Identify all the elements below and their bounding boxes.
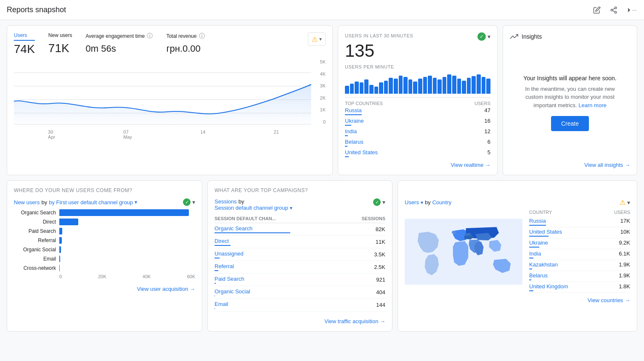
bar-label: Direct (14, 219, 56, 225)
camp-row-name[interactable]: Paid Search (215, 276, 244, 282)
learn-more-link[interactable]: Learn more (578, 102, 606, 108)
map-country-bar (529, 290, 533, 291)
table-row: Email 144 (215, 299, 385, 311)
campaigns-section-title: WHAT ARE YOUR TOP CAMPAIGNS? (215, 187, 385, 193)
map-dim-link[interactable]: Country (432, 199, 452, 206)
map-country-name[interactable]: Belarus (529, 272, 548, 279)
top-countries-label: TOP COUNTRIES (345, 101, 383, 106)
header-icons: ··· (590, 3, 637, 17)
alert-button[interactable]: ⚠ ▾ (308, 32, 326, 46)
acq-dropdown-btn[interactable]: ▾ (192, 199, 195, 206)
bar-fill (59, 256, 60, 262)
map-country-name[interactable]: Kazakhstan (529, 261, 558, 268)
view-traffic-link[interactable]: View traffic acquisition (324, 318, 378, 324)
mini-bar (394, 79, 398, 94)
map-country-name[interactable]: Ukraine (529, 240, 548, 246)
map-row: United Kingdom 1.8K (529, 282, 630, 293)
insights-title: Insights (522, 33, 542, 40)
camp-row-name[interactable]: Organic Search (215, 225, 252, 232)
camp-row-name[interactable]: Email (215, 301, 228, 307)
acquisition-dim-link[interactable]: by First user default channel group (49, 199, 133, 206)
map-country-value: 1.9K (619, 272, 630, 280)
map-metric-dropdown[interactable]: ▾ (421, 200, 423, 206)
mini-bar (486, 79, 490, 94)
create-button[interactable]: Create (551, 116, 589, 131)
camp-name-cell: Organic Search (215, 223, 338, 236)
more-button[interactable]: ··· (624, 3, 637, 17)
table-row: Referral 2.5K (215, 261, 385, 274)
insights-body-title: Your Insights will appear here soon. (523, 75, 616, 82)
camp-dropdown-btn[interactable]: ▾ (382, 199, 385, 206)
camp-value-cell: 144 (338, 299, 385, 311)
country-name[interactable]: Ukraine (345, 118, 364, 124)
mini-bars-chart (345, 73, 490, 94)
map-country-name[interactable]: United States (529, 229, 562, 235)
acquisition-metric-link[interactable]: New users (14, 199, 40, 206)
camp-name-cell: Direct (215, 236, 338, 248)
country-name[interactable]: India (345, 128, 357, 134)
view-all-insights-link[interactable]: View all insights (584, 162, 623, 168)
metrics-row: Users 74K New users 71K Average engageme… (14, 32, 326, 56)
camp-row-name[interactable]: Direct (215, 238, 229, 244)
map-table-wrap: COUNTRY USERS Russia 17K United States 1… (529, 210, 630, 294)
metric-users: Users 74K (14, 32, 35, 56)
realtime-dropdown[interactable]: ▾ (488, 33, 490, 40)
country-rows: Russia 47 Ukraine 16 India 12 (345, 106, 490, 158)
bar-row: Organic Search (14, 209, 195, 216)
map-col1-header: COUNTRY (529, 210, 552, 215)
filter-dropdown-icon[interactable]: ▾ (135, 199, 137, 205)
view-realtime-link[interactable]: View realtime (451, 162, 484, 168)
share-button[interactable] (607, 3, 620, 17)
engagement-value: 0m 56s (86, 43, 153, 54)
mini-bar (399, 76, 403, 94)
country-bar (345, 125, 351, 126)
svg-point-2 (615, 11, 617, 13)
map-country-name[interactable]: Russia (529, 218, 546, 224)
camp-row-name[interactable]: Organic Social (215, 288, 250, 295)
campaigns-table: SESSION DEFAULT CHAN... SESSIONS Organic… (215, 214, 385, 311)
country-name[interactable]: Russia (345, 107, 362, 113)
mini-bar (477, 74, 481, 94)
camp-filter-dim: Session default channel group ▾ (215, 205, 292, 211)
camp-dim-dropdown[interactable]: ▾ (290, 205, 292, 211)
bar-row: Organic Social (14, 246, 195, 253)
realtime-card: USERS IN LAST 30 MINUTES ✓ ▾ 135 USERS P… (338, 25, 498, 175)
mini-bar (467, 78, 471, 94)
map-filter: Users ▾ by Country (405, 199, 451, 206)
edit-button[interactable] (590, 3, 604, 17)
bar-fill (59, 209, 189, 216)
camp-row-name[interactable]: Unassigned (215, 250, 244, 257)
camp-metric-link[interactable]: Sessions (215, 198, 237, 205)
camp-name-cell: Unassigned (215, 248, 338, 261)
view-acquisition-wrap: View user acquisition → (14, 286, 195, 292)
country-name[interactable]: Belarus (345, 139, 363, 145)
bar-label: Organic Search (14, 210, 56, 216)
mini-bar (408, 79, 413, 94)
camp-bar (215, 295, 215, 296)
map-country-bar (529, 236, 549, 237)
acq-status-icon: ✓ (183, 198, 191, 206)
mini-bar (374, 87, 379, 94)
map-country-name[interactable]: United Kingdom (529, 283, 568, 290)
realtime-controls: ✓ ▾ (477, 32, 490, 41)
acquisition-status: ✓ ▾ (183, 198, 195, 206)
arrow-acq: → (190, 286, 195, 292)
map-metric-link[interactable]: Users (405, 199, 419, 206)
view-countries-link[interactable]: View countries (588, 297, 623, 303)
country-name[interactable]: United States (345, 149, 378, 155)
country-row: India 12 (345, 127, 490, 137)
camp-row-name[interactable]: Referral (215, 263, 234, 269)
map-country-value: 1.8K (619, 283, 630, 291)
bar-label: Referral (14, 237, 56, 243)
camp-value-cell: 3.5K (338, 248, 385, 261)
camp-dim-link[interactable]: Session default channel group (215, 205, 288, 211)
map-dropdown-btn[interactable]: ▾ (627, 199, 630, 206)
mini-bar (428, 76, 432, 94)
map-country-name[interactable]: India (529, 250, 541, 257)
view-acquisition-link[interactable]: View user acquisition (137, 286, 188, 292)
country-count: 5 (488, 149, 490, 157)
chart-area: 5K 4K 3K 2K 1K 0 30Apr 07May 14 21 (14, 59, 326, 143)
bar-track (59, 209, 195, 216)
map-country-value: 17K (620, 218, 630, 226)
map-svg-wrap (405, 210, 522, 294)
